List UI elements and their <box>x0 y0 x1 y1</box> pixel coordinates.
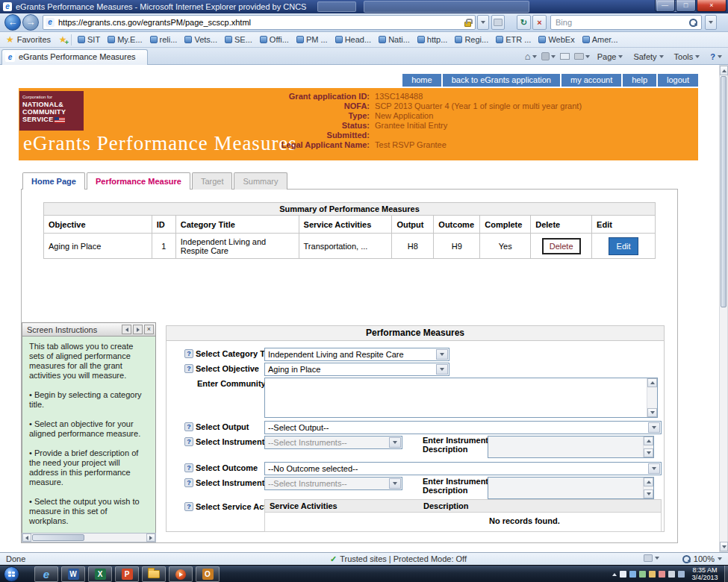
help-icon[interactable]: ? <box>184 349 193 358</box>
favorite-item[interactable]: My.E... <box>104 33 146 47</box>
favorite-item[interactable]: SIT <box>74 33 104 47</box>
favorite-item[interactable]: http... <box>414 33 452 47</box>
scroll-right-button[interactable] <box>133 325 143 334</box>
category-title-select[interactable]: Independent Living and Respite Care <box>264 348 449 361</box>
help-icon[interactable]: ? <box>184 478 193 487</box>
favorite-item[interactable]: Vets... <box>181 33 221 47</box>
maximize-button[interactable]: □ <box>676 0 696 12</box>
browser-scrollbar[interactable] <box>719 65 728 552</box>
favorite-label: Regi... <box>464 35 488 44</box>
tray-icon[interactable] <box>668 571 675 578</box>
page-mode-control[interactable] <box>644 554 659 562</box>
taskbar-excel-button[interactable]: X <box>88 566 112 582</box>
page-menu-button[interactable]: Page <box>594 52 626 61</box>
add-to-favorites-button[interactable]: ★ + <box>57 34 69 46</box>
instruction-paragraph: This tab allows you to create sets of al… <box>29 342 149 381</box>
tab-home-page[interactable]: Home Page <box>22 172 85 190</box>
help-menu-button[interactable]: ? <box>707 52 725 61</box>
minimize-button[interactable]: — <box>655 0 675 12</box>
instruction-paragraph: • Select the output you wish to measure … <box>29 497 149 526</box>
show-desktop-button[interactable] <box>724 566 728 582</box>
scroll-left-button[interactable] <box>22 534 31 542</box>
search-input[interactable]: Bing <box>550 15 702 30</box>
tray-icon[interactable] <box>629 571 636 578</box>
search-dropdown-button[interactable] <box>705 15 717 30</box>
close-button[interactable]: × <box>697 0 727 12</box>
taskbar-outlook-button[interactable]: O <box>196 566 220 582</box>
hidden-icons-button[interactable] <box>612 573 617 576</box>
url-dropdown-button[interactable] <box>477 15 489 30</box>
output-select[interactable]: --Select Output-- <box>264 421 662 434</box>
taskbar-word-button[interactable]: W <box>61 566 85 582</box>
topnav-button[interactable]: back to eGrants application <box>443 74 560 87</box>
tray-icon[interactable] <box>639 571 646 578</box>
tray-icon[interactable] <box>649 571 656 578</box>
help-icon[interactable]: ? <box>184 502 193 511</box>
summary-table: Summary of Performance Measures Objectiv… <box>43 202 656 259</box>
tray-icon[interactable] <box>678 571 685 578</box>
help-icon[interactable]: ? <box>184 364 193 373</box>
search-icon[interactable] <box>689 19 697 27</box>
taskbar-folder-button[interactable] <box>142 566 166 582</box>
favorite-item[interactable]: Nati... <box>375 33 414 47</box>
taskbar-powerpoint-button[interactable]: P <box>115 566 139 582</box>
favorite-item[interactable]: ETR ... <box>492 33 535 47</box>
start-button[interactable] <box>4 566 19 582</box>
print-button[interactable] <box>574 53 590 60</box>
textarea-scrollbar[interactable] <box>647 378 657 417</box>
favorite-item[interactable]: WebEx <box>535 33 578 47</box>
refresh-button[interactable]: ↻ <box>517 15 531 30</box>
topnav-button[interactable]: my account <box>561 74 621 87</box>
scroll-up-button[interactable] <box>720 66 728 75</box>
help-icon[interactable]: ? <box>184 463 193 472</box>
scroll-right-button[interactable] <box>146 534 155 542</box>
scroll-up-button[interactable] <box>647 378 657 387</box>
read-mail-button[interactable] <box>560 53 570 60</box>
favorite-item[interactable]: reli... <box>146 33 181 47</box>
favorite-item[interactable]: SE... <box>221 33 256 47</box>
instructions-horizontal-scrollbar[interactable] <box>22 533 156 542</box>
tray-icon[interactable] <box>620 571 626 578</box>
forward-button[interactable]: → <box>22 14 39 31</box>
stop-button[interactable]: × <box>532 15 547 30</box>
favorite-item[interactable]: PM ... <box>293 33 332 47</box>
compatibility-view-button[interactable] <box>491 15 505 30</box>
help-icon[interactable]: ? <box>184 422 193 431</box>
tab-performance-measure[interactable]: Performance Measure <box>87 172 190 190</box>
favorites-button[interactable]: ★ Favorites <box>0 33 57 47</box>
zoom-control[interactable]: 100% <box>682 553 722 565</box>
grant-info-row: NOFA: SCP 2013 Quarter 4 (Year 1 of sing… <box>231 101 694 111</box>
taskbar-ie-button[interactable]: e <box>34 566 58 582</box>
topnav-button[interactable]: home <box>402 74 441 87</box>
favorite-label: ETR ... <box>505 35 531 44</box>
taskbar-media-button[interactable] <box>169 566 193 582</box>
back-button[interactable]: ← <box>4 14 21 31</box>
scroll-down-button[interactable] <box>720 542 728 551</box>
scroll-left-button[interactable] <box>122 325 131 334</box>
url-field[interactable]: e https://egrants.cns.gov/egrantsPM/page… <box>43 15 476 30</box>
topnav-button[interactable]: logout <box>658 74 698 87</box>
favorite-item[interactable]: Head... <box>332 33 375 47</box>
objective-select[interactable]: Aging in Place <box>264 363 449 376</box>
browser-tab[interactable]: e eGrants Performance Measures <box>1 49 148 65</box>
home-button[interactable]: ⌂ <box>525 51 537 61</box>
clock[interactable]: 8:35 AM 3/4/2013 <box>688 566 722 581</box>
outcome-select[interactable]: --No Outcome selected-- <box>264 462 662 475</box>
edit-button[interactable]: Edit <box>609 237 638 255</box>
favorite-item[interactable]: Offi... <box>256 33 293 47</box>
tools-menu-button[interactable]: Tools <box>671 52 703 61</box>
scroll-down-button[interactable] <box>647 408 657 417</box>
feeds-button[interactable] <box>541 52 556 60</box>
favorite-item[interactable]: Regi... <box>451 33 492 47</box>
community-need-textarea[interactable] <box>264 378 658 418</box>
topnav-button[interactable]: help <box>623 74 656 87</box>
close-instructions-button[interactable]: × <box>144 325 154 334</box>
grant-info-row: Type: New Application <box>231 111 694 121</box>
safety-menu-button[interactable]: Safety <box>630 52 666 61</box>
help-icon[interactable]: ? <box>184 437 193 446</box>
tray-icon[interactable] <box>659 571 665 578</box>
scrollbar-thumb[interactable] <box>721 76 727 307</box>
scrollbar-thumb[interactable] <box>32 534 84 541</box>
favorite-item[interactable]: Amer... <box>579 33 622 47</box>
delete-button[interactable]: Delete <box>542 238 581 254</box>
